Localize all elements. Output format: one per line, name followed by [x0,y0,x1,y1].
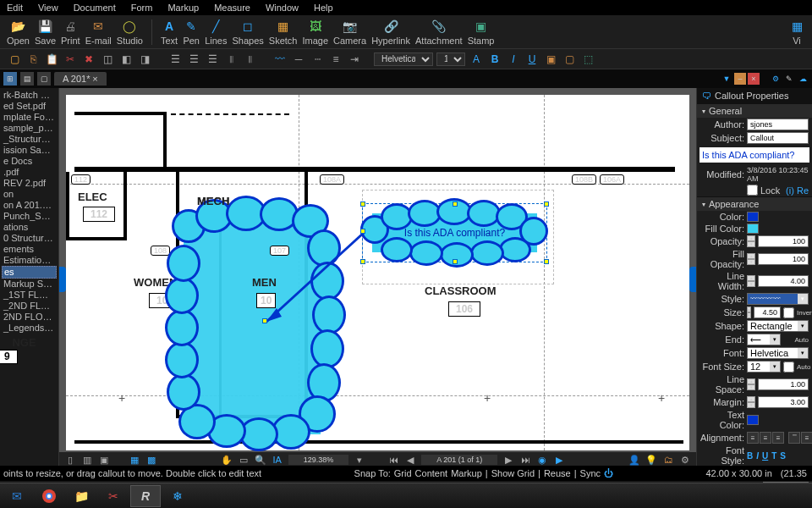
continuous-icon[interactable]: ▥ [81,454,93,466]
open-button[interactable]: 📂Open [7,18,30,46]
list-item[interactable]: rk-Batch Link [2,90,57,101]
image-button[interactable]: 🖼Image [302,18,328,46]
list-item[interactable]: Punch_Spaces... [2,211,57,222]
menu-measure[interactable]: Measure [214,3,250,13]
cloud-style-icon[interactable]: 〰 [272,52,288,67]
menu-window[interactable]: Window [266,3,299,13]
page-indicator[interactable]: A 201 (1 of 1) [421,455,497,465]
auto-checkbox[interactable] [783,362,794,373]
email-button[interactable]: ✉E-mail [85,18,112,46]
fontstyle-buttons[interactable]: BIUTS [747,451,786,461]
first-page-icon[interactable]: ⏮ [387,454,399,466]
dash-line-icon[interactable]: ┄ [310,52,325,67]
two-page-icon[interactable]: ▣ [98,454,110,466]
align-right-icon[interactable]: ☰ [205,52,220,67]
shape-select[interactable]: Rectangle▾ [747,320,809,332]
taskbar-outlook[interactable]: ✉ [2,485,32,507]
font-color-icon[interactable]: A [469,52,484,67]
alignment-buttons[interactable]: ≡≡≡⎺≡⎽ [747,432,812,444]
tab-pin-icon[interactable]: ▼ [721,73,732,85]
last-page-icon[interactable]: ⏭ [519,454,531,466]
opacity-field[interactable]: 100 [758,235,809,247]
indent-icon[interactable]: ⇥ [347,52,362,67]
list-item[interactable]: e Docs [2,156,57,167]
play-icon[interactable]: ▶ [553,454,565,466]
fontsize-select[interactable]: 12▾ [747,361,781,373]
distribute-v-icon[interactable]: ⫴ [242,52,257,67]
textcolor-swatch[interactable] [747,415,759,425]
list-item[interactable]: on A 201.2.pdf [2,200,57,211]
list-item[interactable]: Estimation.pdf [2,255,57,266]
linespace-field[interactable]: 1.00 [758,378,809,390]
save-button[interactable]: 💾Save [35,18,56,46]
style-select[interactable]: 〰〰〰〰▾ [747,293,809,305]
reuse[interactable]: Reuse [544,468,571,478]
delete-icon[interactable]: ✖ [81,52,96,67]
list-item[interactable]: es [2,266,57,279]
list-item[interactable]: Markup Summary [2,279,57,290]
paste-icon[interactable]: 📋 [44,52,59,67]
list-item[interactable]: .pdf [2,167,57,178]
italic-icon[interactable]: I [506,52,521,67]
text-select-icon[interactable]: IA [272,454,283,466]
list-item[interactable]: ations [2,222,57,233]
multiview-icon[interactable]: ⊞ [3,72,17,86]
callout-cloud[interactable]: Is this ADA compliant? [364,205,546,261]
color-swatch[interactable] [747,212,759,222]
menu-markup[interactable]: Markup [167,3,199,13]
snap-markup[interactable]: Markup [451,468,482,478]
loop-icon[interactable]: ◉ [536,454,548,466]
font-family-select[interactable]: Helvetica [374,52,433,66]
bulb-icon[interactable]: 💡 [645,454,657,466]
send-back-icon[interactable]: ▢ [562,52,577,67]
list-item[interactable]: _1ST FLOOR P... [2,290,57,301]
user-icon[interactable]: 👤 [628,454,640,466]
cloud-icon[interactable]: ☁ [797,73,809,85]
menu-edit[interactable]: Edit [7,3,23,13]
distribute-h-icon[interactable]: ⫴ [223,52,239,67]
size-field[interactable]: 4.50 [754,306,781,318]
tool-a-icon[interactable]: ◫ [100,52,115,67]
list-item[interactable]: sample_project... [2,123,57,134]
right-panel-handle[interactable] [689,267,696,292]
align-center-icon[interactable]: ☰ [186,52,201,67]
list-item[interactable]: mplate Form.pdf [2,112,57,123]
section-general[interactable]: ▾General [697,103,812,118]
list-item[interactable]: on [2,189,57,200]
list-item[interactable]: _Structure_201... [2,134,57,145]
taskbar-app[interactable]: ❄ [162,485,193,507]
shapes-button[interactable]: ◻Shapes [232,18,263,46]
bold-icon[interactable]: B [487,52,502,67]
list-item[interactable]: _2ND FLOOR ... [2,301,57,312]
author-field[interactable]: sjones [747,119,809,130]
font-select[interactable]: Helvetica▾ [747,347,809,359]
font-size-select[interactable]: 12 [436,52,465,66]
sketch-button[interactable]: ▦Sketch [269,18,298,46]
list-item[interactable]: ed Set.pdf [2,101,57,112]
menu-view[interactable]: View [38,3,58,13]
camera-button[interactable]: 📷Camera [333,18,366,46]
thumb-b-icon[interactable]: ▩ [145,454,157,466]
show-grid[interactable]: Show Grid [491,468,535,478]
left-panel-handle[interactable] [59,267,66,292]
script-icon[interactable]: ⚙ [679,454,691,466]
copy-icon[interactable]: ⎘ [25,52,41,67]
reset-link[interactable]: (i) Re [786,185,809,196]
callout-text[interactable]: Is this ADA compliant? [364,205,546,261]
invert-checkbox[interactable] [783,307,794,318]
tab-min-icon[interactable]: – [734,73,746,85]
snap-grid[interactable]: Grid [394,468,412,478]
section-appearance[interactable]: ▾Appearance [697,196,812,211]
document-tab[interactable]: A 201* × [54,72,107,86]
underline-icon[interactable]: U [524,52,540,67]
linewidth-field[interactable]: 4.00 [758,275,809,287]
taskbar-revu[interactable]: R [130,485,161,507]
group-icon[interactable]: ⬚ [580,52,595,67]
list-item[interactable]: REV 2.pdf [2,178,57,189]
tool-c-icon[interactable]: ◨ [137,52,152,67]
menu-document[interactable]: Document [74,3,116,13]
pan-icon[interactable]: ✋ [221,454,233,466]
close-tab-icon[interactable]: × [92,74,97,84]
single-page-icon[interactable]: ▯ [64,454,76,466]
new-icon[interactable]: ▢ [7,52,22,67]
